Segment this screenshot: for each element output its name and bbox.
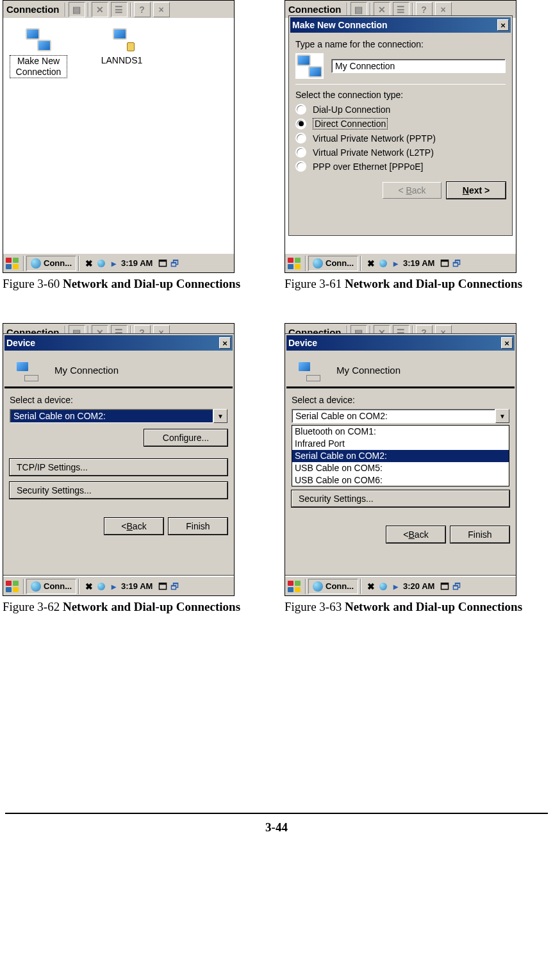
tcpip-button[interactable]: TCP/IP Settings... xyxy=(10,459,227,476)
toolbar-btn-help[interactable]: ? xyxy=(134,2,151,17)
make-new-connection-label: Make New Connection xyxy=(10,55,67,78)
taskbar-app-button[interactable]: Conn... xyxy=(26,579,76,594)
taskbar-clock: 3:19 AM xyxy=(121,258,153,268)
device-option[interactable]: Bluetooth on COM1: xyxy=(292,426,509,438)
page-number: 3-44 xyxy=(5,813,548,841)
make-new-connection-dialog: Make New Connection × Type a name for th… xyxy=(289,16,512,235)
dialog-close-button[interactable]: × xyxy=(219,337,231,349)
finish-button[interactable]: Finish xyxy=(450,526,509,543)
taskbar-clock: 3:19 AM xyxy=(121,581,153,591)
figure-caption: Figure 3-62 Network and Dial-up Connecti… xyxy=(3,600,265,614)
device-icon xyxy=(292,357,324,383)
screenshot-fig63: Connection ▤ ✕☰ ?× Device × My Connectio… xyxy=(285,323,516,596)
dialog-titlebar: Make New Connection × xyxy=(290,17,511,33)
device-dialog: Device × My Connection Select a device: … xyxy=(285,334,516,575)
lannds1-label: LANNDS1 xyxy=(100,55,144,66)
configure-button[interactable]: Configure... xyxy=(144,429,227,446)
select-device-label: Select a device: xyxy=(10,395,227,405)
dialog-title: Device xyxy=(6,338,35,348)
toolbar-btn-props[interactable]: ☰ xyxy=(111,2,128,17)
lannds1-icon[interactable]: LANNDS1 xyxy=(93,26,151,78)
radio-dialup[interactable]: Dial-Up Connection xyxy=(295,104,506,115)
select-device-label: Select a device: xyxy=(292,395,509,405)
taskbar: Conn... ✖▸ 3:19 AM 🗔🗗 xyxy=(3,576,234,595)
device-option-selected[interactable]: Serial Cable on COM2: xyxy=(292,450,509,462)
dialog-close-button[interactable]: × xyxy=(497,19,509,31)
back-button[interactable]: < Back xyxy=(383,182,442,199)
app-toolbar: Connection ▤ ✕ ☰ ? × xyxy=(3,1,234,19)
name-label: Type a name for the connection: xyxy=(295,39,506,49)
content-area: Make New Connection LANNDS1 xyxy=(3,19,234,253)
toolbar-separator xyxy=(130,3,131,17)
start-button[interactable] xyxy=(286,256,302,271)
taskbar: Conn... ✖▸ 3:20 AM 🗔🗗 xyxy=(285,576,516,595)
connection-name-input[interactable]: My Connection xyxy=(331,59,506,73)
screenshot-fig61: Connection ▤ ✕☰ ?× Make New Connection ×… xyxy=(285,0,516,273)
figure-caption: Figure 3-61 Network and Dial-up Connecti… xyxy=(285,277,547,291)
radio-pppoe[interactable]: PPP over Ethernet [PPPoE] xyxy=(295,161,506,172)
finish-button[interactable]: Finish xyxy=(169,518,227,535)
device-dropdown[interactable]: Serial Cable on COM2: ▼ xyxy=(10,409,227,423)
dropdown-arrow-icon[interactable]: ▼ xyxy=(213,409,227,423)
type-label: Select the connection type: xyxy=(295,90,506,100)
toolbar-btn-1[interactable]: ▤ xyxy=(69,2,85,17)
screenshot-fig62: Connection ▤ ✕☰ ?× Device × My Connectio… xyxy=(3,323,235,596)
radio-pptp[interactable]: Virtual Private Network (PPTP) xyxy=(295,133,506,144)
figure-caption: Figure 3-60 Network and Dial-up Connecti… xyxy=(3,277,265,291)
taskbar-app-button[interactable]: Conn... xyxy=(26,256,76,271)
tray-icon[interactable]: ✖ xyxy=(84,258,94,269)
dialog-close-button[interactable]: × xyxy=(501,337,513,349)
app-title: Connection xyxy=(286,4,345,15)
dialog-titlebar: Device × xyxy=(4,335,233,351)
screenshot-fig60: Connection ▤ ✕ ☰ ? × xyxy=(3,0,235,273)
taskbar-clock: 3:20 AM xyxy=(403,581,434,591)
device-selected: Serial Cable on COM2: xyxy=(10,409,213,423)
toolbar-separator xyxy=(65,3,66,17)
connection-name: My Connection xyxy=(54,365,119,376)
tray-icon[interactable]: 🗔 xyxy=(158,258,168,269)
tray-icon[interactable]: 🗗 xyxy=(170,258,180,269)
security-button[interactable]: Security Settings... xyxy=(10,482,227,499)
figure-caption: Figure 3-63 Network and Dial-up Connecti… xyxy=(285,600,547,614)
device-option[interactable]: USB Cable on COM6: xyxy=(292,474,509,486)
radio-direct[interactable]: Direct Connection xyxy=(295,118,506,129)
device-dropdown[interactable]: Serial Cable on COM2: ▼ xyxy=(292,409,509,423)
taskbar-clock: 3:19 AM xyxy=(403,258,434,268)
start-button[interactable] xyxy=(286,579,302,594)
device-icon xyxy=(10,357,42,383)
security-button[interactable]: Security Settings... xyxy=(292,490,509,507)
device-option[interactable]: USB Cable on COM5: xyxy=(292,462,509,474)
taskbar-app-button[interactable]: Conn... xyxy=(308,579,358,594)
radio-l2tp[interactable]: Virtual Private Network (L2TP) xyxy=(295,147,506,158)
taskbar-app-label: Conn... xyxy=(44,258,72,268)
back-button[interactable]: < Back xyxy=(386,526,445,543)
tray-arrow-icon[interactable]: ▸ xyxy=(108,258,119,269)
next-button[interactable]: Next > xyxy=(447,182,506,199)
taskbar: Conn... ✖▸ 3:19 AM 🗔🗗 xyxy=(285,253,516,272)
taskbar-app-button[interactable]: Conn... xyxy=(308,256,358,271)
back-button[interactable]: < Back xyxy=(104,518,163,535)
dialog-title: Device xyxy=(288,338,317,348)
device-option[interactable]: Infrared Port xyxy=(292,438,509,450)
device-dropdown-list[interactable]: Bluetooth on COM1: Infrared Port Serial … xyxy=(292,425,509,486)
dropdown-arrow-icon[interactable]: ▼ xyxy=(495,409,509,423)
device-selected: Serial Cable on COM2: xyxy=(292,409,495,423)
connection-icon xyxy=(295,53,324,79)
tray-icon[interactable] xyxy=(96,258,106,269)
toolbar-btn-close[interactable]: × xyxy=(153,2,170,17)
toolbar-btn-delete[interactable]: ✕ xyxy=(92,2,108,17)
dialog-titlebar: Device × xyxy=(286,335,515,351)
dialog-title: Make New Connection xyxy=(292,20,388,30)
connection-name: My Connection xyxy=(336,365,400,376)
make-new-connection-icon[interactable]: Make New Connection xyxy=(10,26,67,78)
taskbar: Conn... ✖ ▸ 3:19 AM 🗔 🗗 xyxy=(3,253,234,272)
toolbar-separator xyxy=(88,3,89,17)
start-button[interactable] xyxy=(4,579,20,594)
start-button[interactable] xyxy=(4,256,20,271)
device-dialog: Device × My Connection Select a device: … xyxy=(3,334,234,575)
app-title: Connection xyxy=(4,4,63,15)
earth-icon xyxy=(31,258,41,269)
